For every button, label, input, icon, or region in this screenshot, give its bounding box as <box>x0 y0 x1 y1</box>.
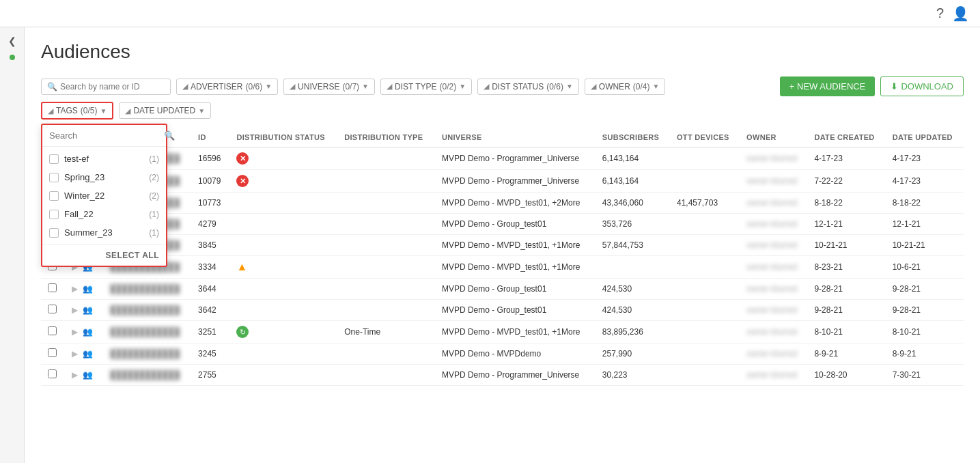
row-owner: owner-blurred <box>740 279 807 300</box>
row-checkbox-cell <box>41 321 65 343</box>
col-dist-type-header: DISTRIBUTION TYPE <box>337 128 435 148</box>
tags-search-box[interactable]: 🔍 <box>42 125 166 147</box>
row-dist-type <box>337 343 435 365</box>
row-subscribers: 424,530 <box>596 300 670 321</box>
search-box[interactable]: 🔍 <box>41 79 171 95</box>
tags-filter[interactable]: ◢ TAGS (0/5) ▼ <box>41 102 113 120</box>
select-all-button[interactable]: SELECT ALL <box>105 251 159 260</box>
row-subscribers <box>596 256 670 279</box>
row-dist-status: ✕ <box>229 148 337 170</box>
funnel-icon: ◢ <box>48 107 53 115</box>
tags-footer: SELECT ALL <box>42 244 166 266</box>
row-dist-status <box>229 193 337 214</box>
new-audience-button[interactable]: + NEW AUDIENCE <box>780 76 876 96</box>
tag-label: Winter_22 <box>64 191 104 201</box>
table-row: ▶ 👥 ████████████ 3251 ↻ One-Time MVPD De… <box>41 321 964 343</box>
filters-row-1: 🔍 ◢ ADVERTISER (0/6) ▼ ◢ UNIVERSE (0/7) … <box>41 76 964 96</box>
row-id: 2755 <box>191 365 229 386</box>
dist-type-filter[interactable]: ◢ DIST TYPE (0/2) ▼ <box>380 79 472 95</box>
table-row: ▶ 👥 ████████████ 10773 MVPD Demo - MVPD_… <box>41 193 964 214</box>
row-date-updated: 12-1-21 <box>886 214 964 235</box>
chevron-down-icon: ▼ <box>100 107 107 115</box>
row-ott <box>670 170 740 193</box>
download-button[interactable]: ⬇ DOWNLOAD <box>880 76 964 96</box>
table-row: ▶ 👥 ████████████ 3642 MVPD Demo - Group_… <box>41 300 964 321</box>
tag-label: test-ef <box>64 154 89 164</box>
search-input[interactable] <box>60 82 165 92</box>
row-checkbox[interactable] <box>48 369 57 378</box>
row-date-updated: 10-6-21 <box>886 256 964 279</box>
expand-icon[interactable]: ▶ <box>72 349 78 359</box>
row-owner: owner-blurred <box>740 170 807 193</box>
row-dist-type <box>337 170 435 193</box>
tags-search-input[interactable] <box>49 130 164 141</box>
sidebar-collapse-button[interactable]: ❮ <box>5 33 19 49</box>
tag-checkbox[interactable] <box>49 210 59 219</box>
row-date-updated: 9-28-21 <box>886 279 964 300</box>
table-row: ▶ 👥 ████████████ 10079 ✕ MVPD Demo - Pro… <box>41 170 964 193</box>
tag-item[interactable]: Spring_23 (2) <box>42 168 166 186</box>
col-ott-header: OTT DEVICES <box>670 128 740 148</box>
tag-checkbox[interactable] <box>49 228 59 238</box>
row-type-icon: 👥 <box>83 284 93 294</box>
row-ott <box>670 343 740 365</box>
row-type-icon: 👥 <box>83 305 93 315</box>
universe-filter[interactable]: ◢ UNIVERSE (0/7) ▼ <box>283 79 375 95</box>
row-subscribers: 257,990 <box>596 343 670 365</box>
row-universe: MVPD Demo - MVPD_test01, +1More <box>435 256 596 279</box>
dist-status-label: DIST STATUS <box>492 82 544 92</box>
expand-icon[interactable]: ▶ <box>72 370 78 380</box>
row-dist-type <box>337 256 435 279</box>
advertiser-filter[interactable]: ◢ ADVERTISER (0/6) ▼ <box>176 79 278 95</box>
dist-status-filter[interactable]: ◢ DIST STATUS (0/6) ▼ <box>477 79 579 95</box>
tag-item[interactable]: Winter_22 (2) <box>42 186 166 205</box>
row-universe: MVPD Demo - MVPD_test01, +1More <box>435 321 596 343</box>
sidebar: ❮ <box>0 27 25 399</box>
tag-checkbox[interactable] <box>49 173 59 182</box>
date-updated-filter[interactable]: ◢ DATE UPDATED ▼ <box>119 102 211 119</box>
tag-checkbox[interactable] <box>49 191 59 201</box>
col-dist-status-header: DISTRIBUTION STATUS <box>229 128 337 148</box>
row-owner: owner-blurred <box>740 343 807 365</box>
table-header-row: NAME ID DISTRIBUTION STATUS DISTRIBUTION… <box>41 128 964 148</box>
row-date-created: 4-17-23 <box>807 148 885 170</box>
row-dist-status <box>229 279 337 300</box>
row-name: ████████████ <box>103 279 191 300</box>
help-icon[interactable]: ? <box>936 5 944 21</box>
row-subscribers: 353,726 <box>596 214 670 235</box>
expand-icon[interactable]: ▶ <box>72 327 78 337</box>
universe-count: (0/7) <box>342 82 359 92</box>
row-checkbox[interactable] <box>48 283 57 292</box>
tag-item[interactable]: Summer_23 (1) <box>42 223 166 242</box>
row-expand-cell: ▶ 👥 <box>65 321 103 343</box>
advertiser-label: ADVERTISER <box>191 82 242 92</box>
tag-item[interactable]: test-ef (1) <box>42 150 166 168</box>
account-icon[interactable]: 👤 <box>952 5 969 22</box>
row-dist-type <box>337 365 435 386</box>
tag-checkbox[interactable] <box>49 154 59 164</box>
col-date-created-header: DATE CREATED <box>807 128 885 148</box>
table-row: ▶ 👥 ████████████ 3845 MVPD Demo - MVPD_t… <box>41 235 964 256</box>
status-warn-icon: ▲ <box>236 261 247 272</box>
row-dist-status <box>229 214 337 235</box>
expand-icon[interactable]: ▶ <box>72 305 78 315</box>
row-checkbox[interactable] <box>48 326 57 335</box>
action-buttons: + NEW AUDIENCE ⬇ DOWNLOAD <box>780 76 964 96</box>
row-checkbox[interactable] <box>48 305 57 313</box>
table-row: ▶ 👥 ████████████ 3245 MVPD Demo - MVPDde… <box>41 343 964 365</box>
expand-icon[interactable]: ▶ <box>72 284 78 294</box>
row-dist-status <box>229 235 337 256</box>
row-universe: MVPD Demo - Group_test01 <box>435 214 596 235</box>
tag-item[interactable]: Fall_22 (1) <box>42 205 166 223</box>
audiences-table: NAME ID DISTRIBUTION STATUS DISTRIBUTION… <box>41 128 964 386</box>
row-checkbox[interactable] <box>48 348 57 357</box>
row-owner: owner-blurred <box>740 321 807 343</box>
row-ott <box>670 235 740 256</box>
owner-filter[interactable]: ◢ OWNER (0/4) ▼ <box>585 79 666 95</box>
row-ott: 41,457,703 <box>670 193 740 214</box>
funnel-icon: ◢ <box>290 82 295 91</box>
row-name: ████████████ <box>103 321 191 343</box>
row-date-updated: 8-9-21 <box>886 343 964 365</box>
row-id: 4279 <box>191 214 229 235</box>
row-owner: owner-blurred <box>740 193 807 214</box>
